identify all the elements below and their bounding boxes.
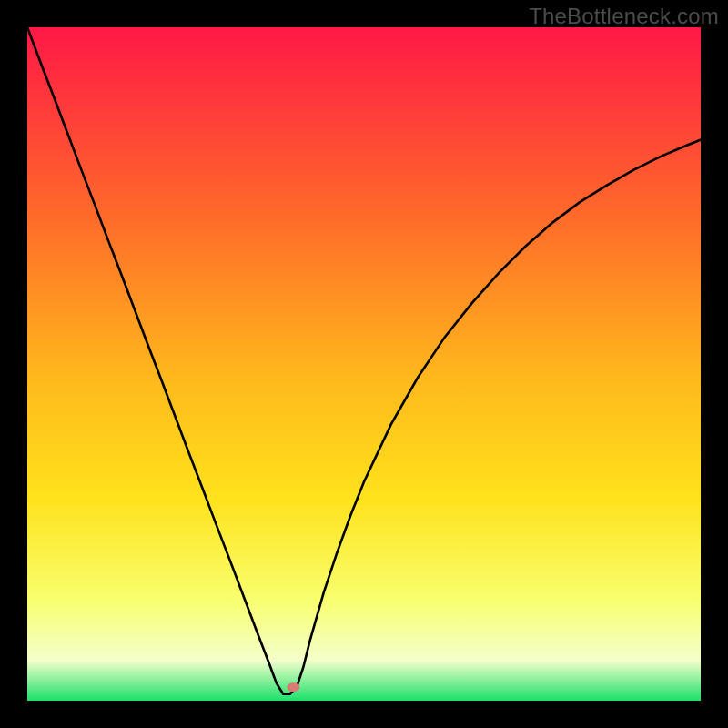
watermark-text: TheBottleneck.com xyxy=(529,4,719,29)
chart-frame: TheBottleneck.com xyxy=(0,0,728,728)
plot-area xyxy=(27,27,701,701)
optimum-marker xyxy=(287,682,299,692)
gradient-background xyxy=(27,27,701,701)
chart-svg xyxy=(27,27,701,701)
